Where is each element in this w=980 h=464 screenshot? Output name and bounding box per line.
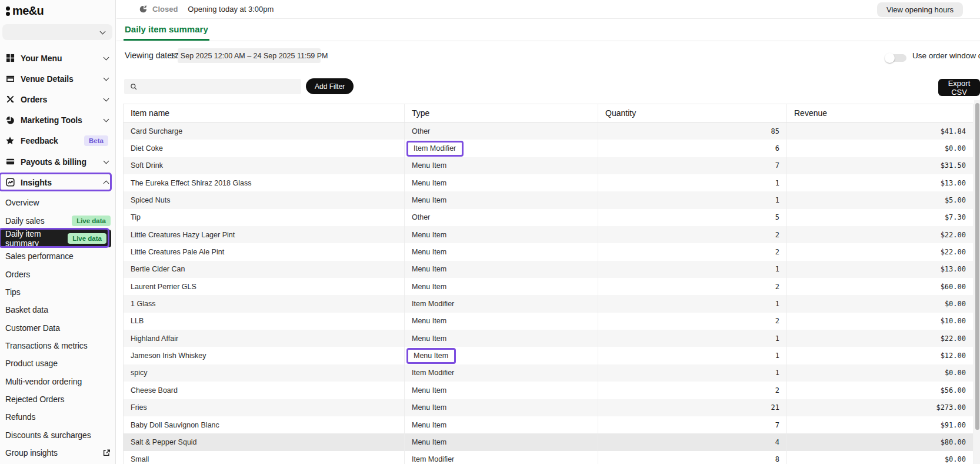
table-row-cheese-board[interactable]: Cheese BoardMenu Item2$56.00 bbox=[124, 382, 973, 399]
export-csv-button[interactable]: Export CSV bbox=[938, 79, 980, 96]
cell-item-name: Spiced Nuts bbox=[124, 191, 404, 208]
insights-subitem-orders[interactable]: Orders bbox=[0, 265, 115, 283]
insights-subitem-overview[interactable]: Overview bbox=[0, 194, 115, 211]
table-row-bertie-cider-can[interactable]: Bertie Cider CanMenu Item1$13.00 bbox=[124, 261, 973, 278]
cell-quantity: 1 bbox=[598, 364, 786, 382]
table-row-highland-affair[interactable]: Highland AffairMenu Item1$22.00 bbox=[124, 330, 973, 347]
insights-subitem-refunds[interactable]: Refunds bbox=[0, 408, 115, 426]
search-input[interactable] bbox=[142, 82, 289, 91]
type-value: Menu Item bbox=[412, 283, 446, 291]
sidebar-item-your-menu[interactable]: Your Menu bbox=[0, 48, 115, 68]
insights-subitem-discounts-surcharges[interactable]: Discounts & surcharges bbox=[0, 426, 115, 443]
table-row-small[interactable]: SmallItem Modifier8$0.00 bbox=[124, 451, 973, 464]
cell-quantity: 21 bbox=[598, 399, 786, 416]
cell-quantity: 7 bbox=[598, 157, 786, 174]
annotation-box-type: Item Modifier bbox=[406, 141, 464, 157]
cell-type: Item Modifier bbox=[404, 295, 598, 312]
sidebar-item-orders[interactable]: Orders bbox=[0, 89, 115, 110]
table-row-jameson-irish-whiskey[interactable]: Jameson Irish WhiskeyMenu Item1$12.00 bbox=[124, 347, 973, 364]
vertical-scrollbar[interactable] bbox=[974, 100, 980, 464]
sidebar-item-feedback[interactable]: FeedbackBeta bbox=[0, 131, 115, 151]
insights-subitem-customer-data[interactable]: Customer Data bbox=[0, 319, 115, 336]
cell-type: Other bbox=[404, 122, 598, 140]
cell-revenue: $41.84 bbox=[786, 122, 973, 140]
column-header-quantity[interactable]: Quantity bbox=[598, 104, 786, 122]
cell-revenue: $13.00 bbox=[786, 261, 973, 278]
cell-quantity: 2 bbox=[598, 243, 786, 260]
column-header-item-name[interactable]: Item name bbox=[124, 104, 404, 122]
sidebar-item-insights[interactable]: Insights bbox=[0, 172, 115, 193]
external-link-icon bbox=[102, 449, 111, 457]
insights-subitem-multi-vendor-ordering[interactable]: Multi-vendor ordering bbox=[0, 372, 115, 390]
date-range-picker[interactable]: 17 Sep 2025 12:00 AM – 24 Sep 2025 11:59… bbox=[178, 48, 321, 63]
cell-revenue: $0.00 bbox=[786, 364, 973, 382]
cell-item-name: Little Creatures Pale Ale Pint bbox=[124, 243, 404, 260]
column-header-type[interactable]: Type bbox=[404, 104, 598, 122]
insights-subitem-rejected-orders[interactable]: Rejected Orders bbox=[0, 390, 115, 408]
insights-subitem-product-usage[interactable]: Product usage bbox=[0, 354, 115, 372]
table-row-little-creatures-pale-ale-pint[interactable]: Little Creatures Pale Ale PintMenu Item2… bbox=[124, 243, 973, 260]
table-row-tip[interactable]: TipOther5$7.30 bbox=[124, 209, 973, 226]
insights-subitem-group-insights[interactable]: Group insights bbox=[0, 444, 115, 462]
live-data-badge: Live data bbox=[68, 233, 106, 244]
star-icon bbox=[5, 136, 15, 145]
status-label: Closed bbox=[152, 5, 178, 14]
cell-quantity: 85 bbox=[598, 122, 786, 140]
insights-subitem-daily-item-summary[interactable]: Daily item summaryLive data bbox=[0, 230, 111, 247]
venue-select[interactable] bbox=[2, 24, 112, 40]
scrollbar-thumb[interactable] bbox=[975, 103, 979, 430]
table-row-soft-drink[interactable]: Soft DrinkMenu Item7$31.50 bbox=[124, 157, 973, 174]
subitem-label: Customer Data bbox=[5, 323, 111, 333]
sidebar-item-marketing-tools[interactable]: Marketing Tools bbox=[0, 110, 115, 131]
cell-type: Menu Item bbox=[404, 157, 598, 174]
cell-item-name: Soft Drink bbox=[124, 157, 404, 174]
status-detail: Opening today at 3:00pm bbox=[188, 5, 274, 14]
table-row-salt-pepper-squid[interactable]: Salt & Pepper SquidMenu Item4$80.00 bbox=[124, 433, 973, 450]
insights-subitem-basket-data[interactable]: Basket data bbox=[0, 301, 115, 319]
insights-subitem-tips[interactable]: Tips bbox=[0, 283, 115, 301]
cell-item-name: Small bbox=[124, 451, 404, 464]
chevron-down-icon bbox=[104, 75, 109, 81]
search-box[interactable] bbox=[124, 79, 301, 94]
type-value: Other bbox=[412, 127, 430, 135]
cell-revenue: $273.00 bbox=[786, 399, 973, 416]
cell-item-name: The Eureka Effect Shiraz 2018 Glass bbox=[124, 174, 404, 191]
cell-revenue: $12.00 bbox=[786, 347, 973, 364]
insights-subitem-daily-sales[interactable]: Daily salesLive data bbox=[0, 211, 115, 229]
insights-subitem-sales-performance[interactable]: Sales performance bbox=[0, 247, 115, 265]
table-row-the-eureka-effect-shiraz-2018-glass[interactable]: The Eureka Effect Shiraz 2018 GlassMenu … bbox=[124, 174, 973, 191]
sidebar-item-label: Your Menu bbox=[21, 54, 104, 63]
card-icon bbox=[5, 157, 15, 167]
sidebar-item-label: Insights bbox=[21, 178, 104, 187]
chevron-up-icon bbox=[104, 180, 109, 186]
type-value: Menu Item bbox=[412, 196, 446, 204]
table-row-little-creatures-hazy-lager-pint[interactable]: Little Creatures Hazy Lager PintMenu Ite… bbox=[124, 226, 973, 243]
column-header-revenue[interactable]: Revenue bbox=[786, 104, 973, 122]
add-filter-button[interactable]: Add Filter bbox=[306, 78, 354, 94]
sidebar-item-payouts-billing[interactable]: Payouts & billing bbox=[0, 151, 115, 172]
cell-revenue: $80.00 bbox=[786, 433, 973, 450]
table-row-llb[interactable]: LLBMenu Item2$10.00 bbox=[124, 313, 973, 330]
use-order-window-toggle[interactable] bbox=[886, 54, 906, 62]
table-row-baby-doll-sauvignon-blanc[interactable]: Baby Doll Sauvignon BlancMenu Item7$91.0… bbox=[124, 416, 973, 433]
sidebar-item-label: Venue Details bbox=[21, 74, 104, 84]
cell-revenue: $56.00 bbox=[786, 382, 973, 399]
cell-revenue: $60.00 bbox=[786, 278, 973, 295]
tab-daily-item-summary[interactable]: Daily item summary bbox=[124, 19, 209, 41]
table-row-card-surcharge[interactable]: Card SurchargeOther85$41.84 bbox=[124, 122, 973, 140]
table-row-fries[interactable]: FriesMenu Item21$273.00 bbox=[124, 399, 973, 416]
table-row-laurent-perrier-gls[interactable]: Laurent Perrier GLSMenu Item2$60.00 bbox=[124, 278, 973, 295]
table-row-spicy[interactable]: spicyItem Modifier1$0.00 bbox=[124, 364, 973, 382]
type-value: Item Modifier bbox=[412, 455, 454, 463]
cell-item-name: 1 Glass bbox=[124, 295, 404, 312]
sidebar-item-venue-details[interactable]: Venue Details bbox=[0, 68, 115, 89]
table-row-spiced-nuts[interactable]: Spiced NutsMenu Item1$5.00 bbox=[124, 191, 973, 208]
cell-item-name: Diet Coke bbox=[124, 140, 404, 157]
insights-subitem-transactions-metrics[interactable]: Transactions & metrics bbox=[0, 337, 115, 354]
view-opening-hours-button[interactable]: View opening hours bbox=[877, 2, 963, 17]
table-row-diet-coke[interactable]: Diet CokeItem Modifier6$0.00 bbox=[124, 140, 973, 157]
cell-quantity: 2 bbox=[598, 226, 786, 243]
cell-revenue: $91.00 bbox=[786, 416, 973, 433]
table-row-1-glass[interactable]: 1 GlassItem Modifier1$0.00 bbox=[124, 295, 973, 312]
type-value: Other bbox=[412, 213, 430, 221]
